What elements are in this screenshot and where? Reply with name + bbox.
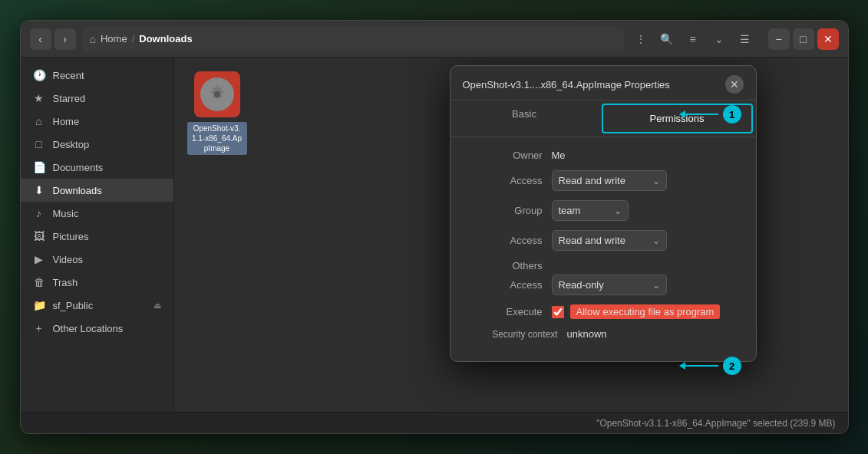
owner-access-value: Read and write	[559, 175, 625, 186]
others-access-label: Access	[466, 279, 543, 291]
sidebar-item-home[interactable]: ⌂ Home	[21, 110, 173, 133]
sidebar-item-pictures[interactable]: 🖼 Pictures	[21, 225, 173, 248]
group-row: Group team ⌄	[466, 200, 741, 221]
group-arrow: ⌄	[614, 206, 622, 216]
sidebar-label-desktop: Desktop	[53, 139, 90, 150]
execute-checkbox[interactable]	[552, 306, 564, 318]
sidebar-label-recent: Recent	[53, 70, 84, 81]
sidebar-item-recent[interactable]: 🕐 Recent	[21, 64, 173, 87]
breadcrumb-separator: /	[132, 33, 135, 44]
sidebar-item-documents[interactable]: 📄 Documents	[21, 156, 173, 179]
owner-access-arrow: ⌄	[652, 176, 660, 186]
documents-icon: 📄	[33, 161, 45, 173]
execute-row: Execute Allow executing file as program	[466, 304, 741, 319]
view-list-button[interactable]: ≡	[682, 28, 704, 50]
back-button[interactable]: ‹	[30, 28, 51, 50]
music-icon: ♪	[33, 207, 45, 219]
sidebar-label-other-locations: Other Locations	[53, 323, 124, 334]
desktop-icon: □	[33, 138, 45, 150]
sidebar-label-music: Music	[53, 208, 79, 219]
owner-access-select[interactable]: Read and write ⌄	[552, 170, 667, 191]
downloads-icon: ⬇	[33, 184, 45, 196]
dialog-body: Owner Me Access Read and write ⌄	[451, 137, 756, 361]
group-access-value: Read and write	[559, 235, 625, 246]
sidebar-label-pictures: Pictures	[53, 231, 89, 242]
recent-icon: 🕐	[33, 69, 45, 81]
eject-icon[interactable]: ⏏	[153, 301, 161, 311]
group-access-select[interactable]: Read and write ⌄	[552, 230, 667, 251]
statusbar: "OpenShot-v3.1.1-x86_64.AppImage" select…	[21, 412, 848, 433]
breadcrumb-current: Downloads	[139, 33, 192, 44]
trash-icon: 🗑	[33, 276, 45, 288]
sidebar-item-videos[interactable]: ▶ Videos	[21, 248, 173, 271]
tab-permissions[interactable]: Permissions	[602, 104, 753, 133]
statusbar-text: "OpenShot-v3.1.1-x86_64.AppImage" select…	[596, 418, 835, 429]
search-button[interactable]: 🔍	[656, 28, 678, 50]
owner-row: Owner Me	[466, 150, 741, 161]
group-access-arrow: ⌄	[652, 235, 660, 246]
dialog-title: OpenShot-v3.1....x86_64.AppImage Propert…	[463, 79, 670, 90]
sidebar-label-sf-public: sf_Public	[53, 300, 94, 311]
arrow-head-2	[679, 362, 685, 370]
view-toggle-button[interactable]: ⌄	[708, 28, 730, 50]
sidebar-label-videos: Videos	[53, 254, 84, 265]
sidebar-label-starred: Starred	[53, 93, 86, 104]
starred-icon: ★	[33, 92, 45, 104]
window-controls: − □ ✕	[768, 28, 839, 50]
owner-label: Owner	[466, 150, 543, 161]
close-button[interactable]: ✕	[817, 28, 839, 50]
sidebar: 🕐 Recent ★ Starred ⌂ Home □ Desktop 📄 Do…	[21, 58, 174, 412]
sidebar-label-downloads: Downloads	[53, 185, 102, 196]
videos-icon: ▶	[33, 253, 45, 265]
minimize-button[interactable]: −	[768, 28, 790, 50]
execute-checkbox-row: Allow executing file as program	[552, 304, 721, 319]
dialog-close-button[interactable]: ✕	[725, 75, 744, 94]
menu-button[interactable]: ⋮	[630, 28, 652, 50]
security-label: Security context	[466, 329, 558, 340]
group-select[interactable]: team ⌄	[552, 200, 629, 221]
dialog-tabs: Basic Permissions	[451, 100, 756, 137]
annotation-arrow-2	[680, 365, 718, 367]
owner-access-row: Access Read and write ⌄	[466, 170, 741, 191]
sidebar-item-starred[interactable]: ★ Starred	[21, 87, 173, 110]
sidebar-item-sf-public[interactable]: 📁 sf_Public ⏏	[21, 294, 173, 317]
others-section: Others	[466, 260, 741, 271]
owner-access-label: Access	[466, 175, 543, 186]
security-value: unknown	[567, 328, 607, 340]
security-row: Security context unknown	[466, 328, 741, 340]
others-access-select[interactable]: Read-only ⌄	[552, 275, 667, 295]
main-content: 🕐 Recent ★ Starred ⌂ Home □ Desktop 📄 Do…	[21, 58, 848, 412]
titlebar-actions: ⋮ 🔍 ≡ ⌄ ☰	[630, 28, 756, 50]
other-locations-icon: +	[33, 322, 45, 334]
sidebar-label-home: Home	[53, 116, 80, 127]
sidebar-label-trash: Trash	[53, 277, 78, 288]
home-sidebar-icon: ⌂	[33, 115, 45, 127]
owner-value: Me	[552, 150, 566, 161]
nav-buttons: ‹ ›	[30, 28, 76, 50]
execute-checkbox-label: Allow executing file as program	[570, 304, 721, 319]
file-manager-window: ‹ › ⌂ Home / Downloads ⋮ 🔍 ≡ ⌄ ☰ − □ ✕ 🕐…	[20, 20, 849, 434]
file-area: OpenShot-v3.1.1-x86_64.AppImage OpenShot…	[174, 58, 848, 412]
sidebar-item-downloads[interactable]: ⬇ Downloads	[21, 179, 173, 202]
pictures-icon: 🖼	[33, 230, 45, 242]
dialog-titlebar: OpenShot-v3.1....x86_64.AppImage Propert…	[451, 66, 756, 100]
breadcrumb[interactable]: ⌂ Home / Downloads	[82, 27, 624, 51]
others-access-value: Read-only	[559, 279, 604, 291]
sidebar-item-music[interactable]: ♪ Music	[21, 202, 173, 225]
sidebar-item-other-locations[interactable]: + Other Locations	[21, 317, 173, 340]
tab-basic[interactable]: Basic	[451, 100, 599, 137]
others-access-row: Access Read-only ⌄	[466, 275, 741, 295]
group-access-label: Access	[466, 235, 543, 246]
sidebar-item-trash[interactable]: 🗑 Trash	[21, 271, 173, 294]
maximize-button[interactable]: □	[793, 28, 814, 50]
view-options-button[interactable]: ☰	[734, 28, 756, 50]
properties-dialog: OpenShot-v3.1....x86_64.AppImage Propert…	[450, 65, 757, 362]
forward-button[interactable]: ›	[54, 28, 76, 50]
sidebar-label-documents: Documents	[53, 162, 104, 173]
group-label: Group	[466, 205, 543, 216]
sidebar-item-desktop[interactable]: □ Desktop	[21, 133, 173, 156]
group-access-row: Access Read and write ⌄	[466, 230, 741, 251]
dialog-overlay: OpenShot-v3.1....x86_64.AppImage Propert…	[174, 58, 848, 412]
others-label: Others	[466, 260, 543, 271]
breadcrumb-home: Home	[101, 33, 127, 44]
